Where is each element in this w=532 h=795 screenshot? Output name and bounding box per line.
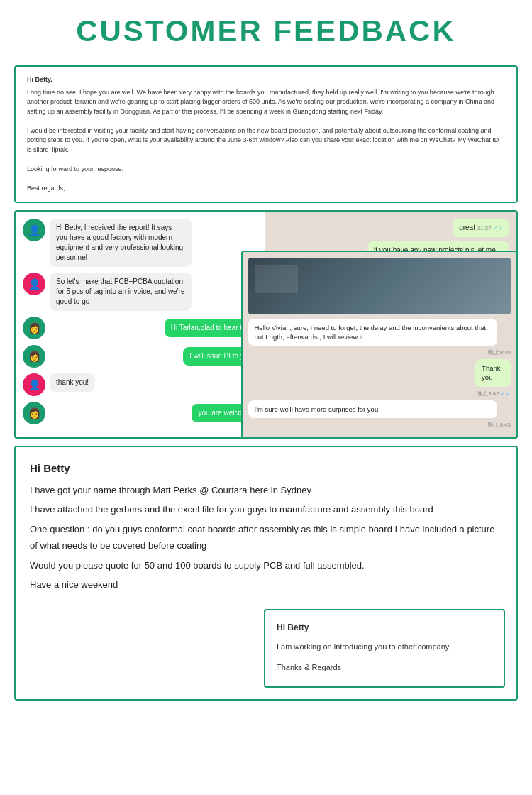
small-card-line2: I am working on introducing you to other… [277, 640, 492, 654]
avatar-3: 👩 [23, 317, 45, 339]
vivian-bubble-1: Hello Vivian, sure, I need to forget, th… [248, 319, 498, 346]
chat-bubble-1: Hi Betty, I received the report! It says… [50, 219, 192, 267]
chat-sent-3: Hi Tarlan,glad to hear that 👩 [23, 317, 258, 339]
vivian-bubble-3: I'm sure we'll have more surprises for y… [248, 400, 498, 418]
right-time-1: 11:37 ✓✓ [477, 225, 503, 231]
email2-line5: Would you please quote for 50 and 100 bo… [30, 557, 502, 574]
email-card-2: Hi Betty I have got your name through Ma… [14, 446, 518, 701]
chat-bubble-2: So let's make that PCB+PCBA quotation fo… [50, 273, 192, 311]
avatar-2: 👤 [23, 273, 45, 295]
email2-line4: One question : do you guys conformal coa… [30, 521, 502, 554]
chat-section: 👤 Hi Betty, I received the report! It sa… [14, 210, 518, 439]
chat-sent-6: you are welcome 👩 [23, 402, 258, 424]
factory-image [248, 258, 511, 314]
page-title: CUSTOMER FEEDBACK [14, 14, 518, 48]
small-card-line1: Hi Betty [277, 620, 492, 635]
email1-body2: I would be interested in visiting your f… [27, 126, 505, 155]
vivian-msg-2: I'm sure we'll have more surprises for y… [248, 400, 511, 429]
email-card-1: Hi Betty, Long time no see, I hope you a… [14, 65, 518, 203]
right-bubble-1: great 11:37 ✓✓ [453, 219, 509, 237]
vivian-chat-overlay: Hello Vivian, sure, I need to forget, th… [241, 251, 519, 439]
chat-sent-4: I will issue PI to you 👩 [23, 345, 258, 368]
vivian-msg-1: Hello Vivian, sure, I need to forget, th… [248, 319, 511, 357]
chat-received-5: 👤 thank you! [23, 373, 258, 396]
email1-body1: Long time no see, I hope you are well. W… [27, 88, 505, 117]
chat-received-2: 👤 So let's make that PCB+PCBA quotation … [23, 273, 258, 311]
vivian-bubble-2: Thank you [475, 359, 511, 387]
vivian-sent-1: Thank you 晚上9:42 ✓✓ [248, 359, 511, 398]
email2-line3: I have attached the gerbers and the exce… [30, 501, 502, 517]
avatar-6: 👩 [23, 402, 45, 424]
right-sent-1: great 11:37 ✓✓ [273, 219, 509, 237]
chat-left-panel: 👤 Hi Betty, I received the report! It sa… [16, 212, 266, 437]
chat-received-1: 👤 Hi Betty, I received the report! It sa… [23, 219, 258, 267]
small-card-line3: Thanks & Regards [277, 661, 492, 674]
avatar-1: 👤 [23, 219, 45, 241]
avatar-4: 👩 [23, 345, 45, 368]
email1-body3: Looking forward to your response. [27, 165, 505, 175]
vivian-time-2: 晚上9:42 ✓✓ [477, 390, 511, 398]
email2-line1: Hi Betty [30, 459, 502, 478]
email2-line6: Have a nice weekend [30, 576, 502, 593]
email2-line2: I have got your name through Matt Perks … [30, 482, 502, 498]
email1-closing: Best regards, [27, 184, 505, 194]
vivian-time-3: 晚上9:43 [248, 421, 511, 429]
chat-bubble-5: thank you! [50, 373, 95, 392]
vivian-time-1: 晚上9:40 [248, 349, 511, 356]
email1-salutation: Hi Betty, [27, 75, 505, 85]
avatar-5: 👤 [23, 373, 45, 396]
small-card: Hi Betty I am working on introducing you… [264, 609, 505, 689]
